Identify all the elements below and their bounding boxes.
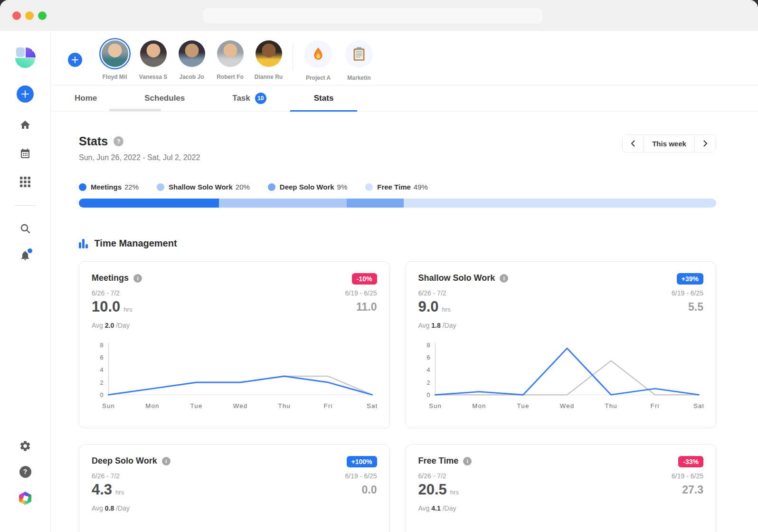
home-icon[interactable]: [19, 119, 31, 131]
avatar: [102, 40, 128, 67]
current-period: 6/26 - 7/2: [418, 289, 456, 297]
card-title: Free Time: [418, 456, 459, 466]
average-value: 4.1: [431, 504, 440, 512]
svg-text:Fri: Fri: [324, 402, 333, 409]
current-period-block: 6/26 - 7/2 4.3 hrs Avg 0.8 /Day: [92, 472, 130, 512]
meetings-card: Meetings i -10% 6/26 - 7/2 10.0: [79, 261, 390, 428]
stats-help-icon[interactable]: ?: [114, 136, 123, 146]
time-legend: Meetings 22% Shallow Solo Work 20% Deep …: [79, 183, 716, 191]
person-name: Dianne Ru: [255, 74, 283, 80]
date-range: Sun, Jun 26, 2022 - Sat, Jul 2, 2022: [79, 153, 200, 162]
shallow-solo-work-card: Shallow Solo Work i +39% 6/26 - 7/2 9.0: [406, 261, 717, 428]
previous-period: 6/19 - 6/25: [672, 472, 703, 480]
tab-home[interactable]: Home: [51, 86, 121, 111]
previous-value: 0.0: [345, 484, 377, 496]
info-glyph: i: [467, 458, 468, 464]
legend-dot: [365, 183, 373, 191]
left-sidebar: ?: [0, 31, 51, 532]
sidebar-add-button[interactable]: [17, 86, 34, 103]
legend-percent: 9%: [337, 183, 348, 191]
svg-text:Wed: Wed: [559, 402, 574, 409]
current-period-block: 6/26 - 7/2 9.0 hrs Avg 1.8 /Day: [418, 289, 456, 329]
add-person-button[interactable]: [68, 53, 82, 67]
info-glyph: i: [137, 276, 138, 281]
previous-week-button[interactable]: [623, 135, 644, 152]
line-chart-svg: 02468SunMonTueWedThuFriSat: [418, 340, 704, 411]
zoom-button[interactable]: [38, 11, 47, 20]
tab-stats[interactable]: Stats: [290, 86, 358, 111]
project-circle: [304, 40, 332, 68]
chevron-right-icon: [702, 140, 709, 147]
calendar-icon[interactable]: [19, 147, 31, 160]
person-name: Robert Fo: [217, 74, 244, 80]
help-icon[interactable]: ?: [19, 466, 31, 478]
fire-icon: [312, 47, 325, 61]
legend-meetings: Meetings 22%: [79, 183, 139, 191]
avatar: [217, 40, 244, 67]
legend-label: Deep Solo Work: [280, 183, 334, 191]
screen: ? Floyd Mil Vanessa S: [0, 0, 758, 532]
person-jacob[interactable]: Jacob Jo: [172, 40, 211, 80]
current-period: 6/26 - 7/2: [92, 289, 132, 297]
svg-text:6: 6: [426, 354, 430, 361]
app-logo-icon[interactable]: [14, 47, 36, 68]
tabbar-scrollbar-thumb[interactable]: [109, 109, 161, 111]
time-distribution-bar: [79, 199, 716, 208]
previous-period: 6/19 - 6/25: [345, 289, 377, 297]
info-glyph: i: [165, 458, 167, 464]
svg-text:0: 0: [100, 391, 104, 399]
chevron-left-icon: [630, 140, 636, 147]
apps-grid-icon[interactable]: [19, 176, 31, 188]
titlebar-search-input[interactable]: [203, 8, 542, 23]
next-week-button[interactable]: [695, 135, 716, 152]
integrations-logo-icon[interactable]: [19, 492, 31, 504]
traffic-lights: [12, 11, 47, 20]
task-count-badge: 10: [255, 93, 266, 104]
bar-segment: [79, 199, 219, 208]
question-mark-glyph: ?: [117, 138, 121, 145]
tab-schedules[interactable]: Schedules: [121, 86, 208, 111]
person-floyd[interactable]: Floyd Mil: [95, 40, 134, 80]
person-vanessa[interactable]: Vanessa S: [134, 40, 172, 80]
info-icon[interactable]: i: [500, 274, 508, 283]
change-badge: -10%: [352, 273, 377, 285]
free-time-card: Free Time i -33% 6/26 - 7/2 20.5: [406, 444, 717, 532]
tab-bar: Home Schedules Task 10 Stats: [51, 86, 758, 112]
info-icon[interactable]: i: [133, 274, 142, 283]
section-title: Time Management: [95, 238, 177, 249]
notifications-bell-icon[interactable]: [19, 249, 31, 262]
info-icon[interactable]: i: [162, 457, 171, 466]
info-icon[interactable]: i: [463, 457, 472, 466]
average-line: Avg 0.8 /Day: [92, 504, 130, 512]
app-window: ? Floyd Mil Vanessa S: [0, 0, 758, 532]
week-label[interactable]: This week: [644, 135, 695, 152]
close-button[interactable]: [12, 11, 21, 20]
settings-gear-icon[interactable]: [19, 440, 31, 452]
tab-task[interactable]: Task 10: [208, 86, 290, 111]
bar-segment: [347, 199, 404, 208]
project-circle: [345, 40, 373, 68]
people-projects-divider: [293, 43, 293, 71]
legend-free-time: Free Time 49%: [365, 183, 428, 191]
person-name: Vanessa S: [139, 74, 167, 80]
stats-heading-block: Stats ? Sun, Jun 26, 2022 - Sat, Jul 2, …: [79, 134, 200, 162]
project-marketing[interactable]: Marketin: [339, 40, 379, 81]
shallow-solo-work-line-chart: 02468SunMonTueWedThuFriSat: [418, 340, 704, 411]
notification-dot: [28, 248, 32, 253]
svg-text:Thu: Thu: [278, 402, 290, 409]
person-dianne[interactable]: Dianne Ru: [249, 40, 288, 80]
current-unit: hrs: [450, 489, 459, 496]
tab-label: Schedules: [144, 94, 185, 103]
legend-shallow-solo-work: Shallow Solo Work 20%: [157, 183, 250, 191]
project-name: Project A: [306, 75, 331, 81]
minimize-button[interactable]: [25, 11, 34, 20]
person-robert[interactable]: Robert Fo: [211, 40, 249, 80]
project-a[interactable]: Project A: [298, 40, 339, 81]
current-period-block: 6/26 - 7/2 20.5 hrs Avg 4.1 /Day: [418, 472, 459, 512]
current-period: 6/26 - 7/2: [418, 472, 459, 480]
search-icon[interactable]: [19, 222, 31, 235]
average-value: 1.8: [431, 322, 440, 329]
legend-dot: [268, 183, 275, 191]
card-title: Shallow Solo Work: [418, 273, 495, 283]
previous-period-block: 6/19 - 6/25 27.3: [672, 472, 703, 512]
